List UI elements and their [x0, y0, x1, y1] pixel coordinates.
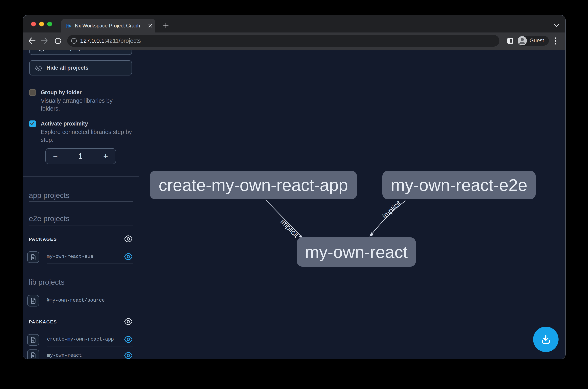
svg-text:implicit: implicit — [381, 199, 403, 220]
svg-text:implicit: implicit — [279, 218, 300, 239]
